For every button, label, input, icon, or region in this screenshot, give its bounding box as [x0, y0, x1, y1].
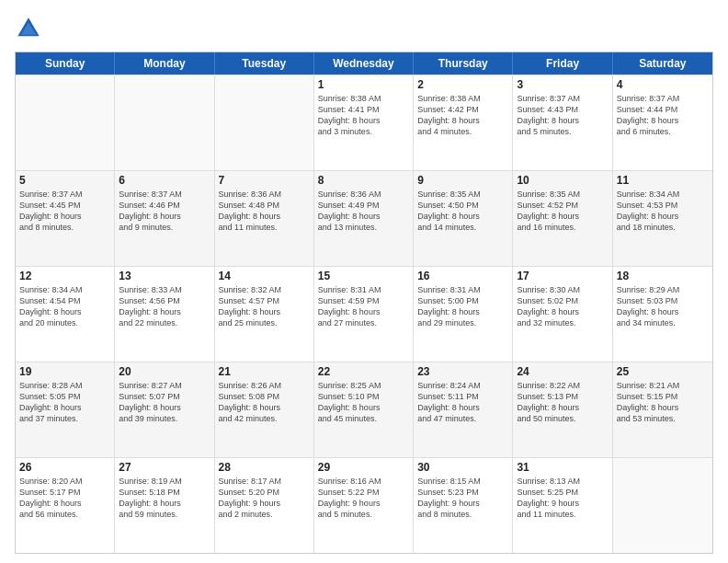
cal-cell: 29Sunrise: 8:16 AM Sunset: 5:22 PM Dayli…: [314, 458, 414, 553]
day-number: 1: [318, 78, 409, 91]
cal-cell: [115, 75, 214, 170]
logo: [15, 15, 46, 42]
calendar: SundayMondayTuesdayWednesdayThursdayFrid…: [15, 52, 713, 554]
day-info: Sunrise: 8:19 AM Sunset: 5:18 PM Dayligh…: [119, 476, 210, 521]
day-info: Sunrise: 8:28 AM Sunset: 5:05 PM Dayligh…: [19, 380, 110, 425]
page: SundayMondayTuesdayWednesdayThursdayFrid…: [0, 0, 728, 563]
day-info: Sunrise: 8:26 AM Sunset: 5:08 PM Dayligh…: [219, 380, 310, 425]
day-info: Sunrise: 8:30 AM Sunset: 5:02 PM Dayligh…: [517, 284, 608, 329]
cal-cell: 31Sunrise: 8:13 AM Sunset: 5:25 PM Dayli…: [513, 458, 612, 553]
cal-cell: 11Sunrise: 8:34 AM Sunset: 4:53 PM Dayli…: [613, 171, 712, 266]
cal-cell: 19Sunrise: 8:28 AM Sunset: 5:05 PM Dayli…: [16, 362, 115, 457]
day-info: Sunrise: 8:37 AM Sunset: 4:45 PM Dayligh…: [19, 189, 110, 234]
header: [15, 15, 713, 42]
cal-cell: 22Sunrise: 8:25 AM Sunset: 5:10 PM Dayli…: [314, 362, 414, 457]
header-day-saturday: Saturday: [613, 52, 712, 75]
day-number: 9: [417, 174, 508, 187]
day-number: 26: [19, 461, 110, 474]
cal-cell: 15Sunrise: 8:31 AM Sunset: 4:59 PM Dayli…: [314, 267, 414, 362]
day-number: 3: [517, 78, 608, 91]
cal-cell: 17Sunrise: 8:30 AM Sunset: 5:02 PM Dayli…: [513, 267, 612, 362]
day-number: 18: [617, 270, 709, 282]
header-day-sunday: Sunday: [16, 52, 115, 75]
cal-cell: 6Sunrise: 8:37 AM Sunset: 4:46 PM Daylig…: [115, 171, 214, 266]
day-info: Sunrise: 8:13 AM Sunset: 5:25 PM Dayligh…: [517, 476, 608, 521]
cal-cell: 23Sunrise: 8:24 AM Sunset: 5:11 PM Dayli…: [414, 362, 513, 457]
week-3: 12Sunrise: 8:34 AM Sunset: 4:54 PM Dayli…: [16, 266, 712, 362]
cal-cell: 18Sunrise: 8:29 AM Sunset: 5:03 PM Dayli…: [613, 267, 712, 362]
cal-cell: [613, 458, 712, 553]
cal-cell: 14Sunrise: 8:32 AM Sunset: 4:57 PM Dayli…: [215, 267, 314, 362]
cal-cell: 28Sunrise: 8:17 AM Sunset: 5:20 PM Dayli…: [215, 458, 314, 553]
cal-cell: [16, 75, 115, 170]
day-info: Sunrise: 8:16 AM Sunset: 5:22 PM Dayligh…: [318, 476, 409, 521]
day-number: 23: [417, 365, 508, 378]
day-info: Sunrise: 8:25 AM Sunset: 5:10 PM Dayligh…: [318, 380, 409, 425]
cal-cell: 12Sunrise: 8:34 AM Sunset: 4:54 PM Dayli…: [16, 267, 115, 362]
cal-cell: 13Sunrise: 8:33 AM Sunset: 4:56 PM Dayli…: [115, 267, 214, 362]
day-info: Sunrise: 8:20 AM Sunset: 5:17 PM Dayligh…: [19, 476, 110, 521]
day-number: 17: [517, 270, 608, 282]
day-number: 21: [219, 365, 310, 378]
day-number: 29: [318, 461, 409, 474]
week-2: 5Sunrise: 8:37 AM Sunset: 4:45 PM Daylig…: [16, 170, 712, 266]
cal-cell: 16Sunrise: 8:31 AM Sunset: 5:00 PM Dayli…: [414, 267, 513, 362]
header-day-monday: Monday: [115, 52, 214, 75]
day-info: Sunrise: 8:37 AM Sunset: 4:44 PM Dayligh…: [617, 93, 709, 138]
cal-cell: 26Sunrise: 8:20 AM Sunset: 5:17 PM Dayli…: [16, 458, 115, 553]
cal-cell: 27Sunrise: 8:19 AM Sunset: 5:18 PM Dayli…: [115, 458, 214, 553]
cal-cell: 9Sunrise: 8:35 AM Sunset: 4:50 PM Daylig…: [414, 171, 513, 266]
day-info: Sunrise: 8:37 AM Sunset: 4:46 PM Dayligh…: [119, 189, 210, 234]
day-number: 11: [617, 174, 709, 187]
day-number: 7: [219, 174, 310, 187]
cal-cell: 10Sunrise: 8:35 AM Sunset: 4:52 PM Dayli…: [513, 171, 612, 266]
day-number: 10: [517, 174, 608, 187]
day-number: 13: [119, 270, 210, 282]
day-number: 14: [219, 270, 310, 282]
day-number: 12: [19, 270, 110, 282]
day-info: Sunrise: 8:22 AM Sunset: 5:13 PM Dayligh…: [517, 380, 608, 425]
cal-cell: 5Sunrise: 8:37 AM Sunset: 4:45 PM Daylig…: [16, 171, 115, 266]
week-5: 26Sunrise: 8:20 AM Sunset: 5:17 PM Dayli…: [16, 457, 712, 553]
cal-cell: 3Sunrise: 8:37 AM Sunset: 4:43 PM Daylig…: [513, 75, 612, 170]
day-info: Sunrise: 8:36 AM Sunset: 4:49 PM Dayligh…: [318, 189, 409, 234]
day-info: Sunrise: 8:31 AM Sunset: 5:00 PM Dayligh…: [417, 284, 508, 329]
day-info: Sunrise: 8:31 AM Sunset: 4:59 PM Dayligh…: [318, 284, 409, 329]
cal-cell: 21Sunrise: 8:26 AM Sunset: 5:08 PM Dayli…: [215, 362, 314, 457]
header-day-wednesday: Wednesday: [314, 52, 414, 75]
cal-cell: 24Sunrise: 8:22 AM Sunset: 5:13 PM Dayli…: [513, 362, 612, 457]
header-day-thursday: Thursday: [414, 52, 513, 75]
cal-cell: 25Sunrise: 8:21 AM Sunset: 5:15 PM Dayli…: [613, 362, 712, 457]
day-number: 31: [517, 461, 608, 474]
cal-cell: 1Sunrise: 8:38 AM Sunset: 4:41 PM Daylig…: [314, 75, 414, 170]
day-number: 27: [119, 461, 210, 474]
day-number: 5: [19, 174, 110, 187]
header-day-tuesday: Tuesday: [215, 52, 314, 75]
day-number: 20: [119, 365, 210, 378]
cal-cell: [215, 75, 314, 170]
day-info: Sunrise: 8:38 AM Sunset: 4:41 PM Dayligh…: [318, 93, 409, 138]
week-4: 19Sunrise: 8:28 AM Sunset: 5:05 PM Dayli…: [16, 362, 712, 457]
day-number: 24: [517, 365, 608, 378]
day-info: Sunrise: 8:21 AM Sunset: 5:15 PM Dayligh…: [617, 380, 709, 425]
day-info: Sunrise: 8:29 AM Sunset: 5:03 PM Dayligh…: [617, 284, 709, 329]
week-1: 1Sunrise: 8:38 AM Sunset: 4:41 PM Daylig…: [16, 75, 712, 170]
day-info: Sunrise: 8:35 AM Sunset: 4:50 PM Dayligh…: [417, 189, 508, 234]
day-number: 16: [417, 270, 508, 282]
cal-cell: 30Sunrise: 8:15 AM Sunset: 5:23 PM Dayli…: [414, 458, 513, 553]
day-info: Sunrise: 8:34 AM Sunset: 4:53 PM Dayligh…: [617, 189, 709, 234]
cal-cell: 7Sunrise: 8:36 AM Sunset: 4:48 PM Daylig…: [215, 171, 314, 266]
day-info: Sunrise: 8:27 AM Sunset: 5:07 PM Dayligh…: [119, 380, 210, 425]
day-info: Sunrise: 8:33 AM Sunset: 4:56 PM Dayligh…: [119, 284, 210, 329]
header-day-friday: Friday: [513, 52, 612, 75]
day-number: 4: [617, 78, 709, 91]
day-number: 25: [617, 365, 709, 378]
cal-cell: 8Sunrise: 8:36 AM Sunset: 4:49 PM Daylig…: [314, 171, 414, 266]
calendar-header: SundayMondayTuesdayWednesdayThursdayFrid…: [16, 52, 712, 75]
day-info: Sunrise: 8:15 AM Sunset: 5:23 PM Dayligh…: [417, 476, 508, 521]
day-number: 6: [119, 174, 210, 187]
day-info: Sunrise: 8:36 AM Sunset: 4:48 PM Dayligh…: [219, 189, 310, 234]
day-info: Sunrise: 8:17 AM Sunset: 5:20 PM Dayligh…: [219, 476, 310, 521]
day-number: 19: [19, 365, 110, 378]
day-number: 28: [219, 461, 310, 474]
